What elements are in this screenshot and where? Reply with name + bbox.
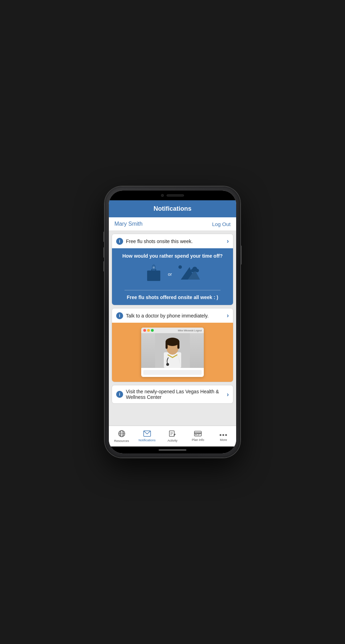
- svg-point-8: [191, 269, 194, 272]
- chevron-icon-2: ›: [227, 312, 229, 319]
- svg-point-10: [178, 265, 182, 269]
- phone-screen: Notifications Mary Smith Log Out i Free …: [109, 191, 236, 453]
- globe-icon: [118, 430, 126, 438]
- promo-divider: [125, 290, 220, 290]
- svg-point-37: [225, 434, 227, 436]
- card-icon: [194, 430, 202, 437]
- camera-icon: [161, 194, 164, 197]
- pencil-icon: [169, 430, 176, 438]
- tab-bar: Resources Notifications: [109, 426, 236, 446]
- svg-rect-31: [195, 434, 197, 435]
- home-indicator: [109, 446, 236, 453]
- promo-blue-title-1: How would you rather spend your time off…: [118, 253, 227, 259]
- svg-rect-0: [147, 271, 160, 281]
- notif-text-3: Visit the newly-opened Las Vegas Health …: [126, 389, 227, 400]
- dot-yellow: [147, 329, 150, 332]
- dots-icon: [219, 430, 227, 437]
- app-content: Notifications Mary Smith Log Out i Free …: [109, 200, 236, 446]
- svg-rect-3: [153, 267, 155, 267]
- info-icon-3: i: [116, 391, 123, 398]
- window-dots: [143, 329, 154, 332]
- info-icon-2: i: [116, 312, 123, 319]
- chevron-icon-3: ›: [227, 391, 229, 398]
- ballot-box-icon: [145, 263, 162, 285]
- tab-plan-info-label: Plan Info: [192, 438, 204, 442]
- svg-rect-32: [195, 432, 196, 432]
- tab-resources[interactable]: Resources: [109, 426, 134, 446]
- svg-rect-4: [153, 268, 155, 268]
- promo-orange-2: Mike Mikowski Logout: [112, 323, 233, 382]
- notification-card-3: i Visit the newly-opened Las Vegas Healt…: [112, 385, 233, 404]
- notification-card-2: i Talk to a doctor by phone immediately.…: [112, 308, 233, 382]
- tab-plan-info[interactable]: Plan Info: [185, 426, 211, 446]
- notif-row-2[interactable]: i Talk to a doctor by phone immediately.…: [112, 308, 233, 323]
- phone-device: Notifications Mary Smith Log Out i Free …: [105, 186, 240, 458]
- user-bar: Mary Smith Log Out: [109, 217, 236, 231]
- doctor-window: Mike Mikowski Logout: [141, 328, 204, 377]
- tab-activity[interactable]: Activity: [160, 426, 185, 446]
- page-title: Notifications: [153, 205, 191, 212]
- svg-point-9: [195, 269, 199, 272]
- dot-green: [151, 329, 154, 332]
- notif-row-1[interactable]: i Free flu shots onsite this week. ›: [112, 234, 233, 248]
- tab-resources-label: Resources: [114, 439, 129, 443]
- svg-point-35: [220, 434, 222, 436]
- tab-notifications-label: Notifications: [138, 438, 155, 442]
- app-header: Notifications: [109, 200, 236, 217]
- tab-more-label: More: [220, 438, 227, 442]
- notif-text-2: Talk to a doctor by phone immediately.: [126, 313, 227, 319]
- window-input-bar: [143, 370, 202, 375]
- tab-more[interactable]: More: [211, 426, 236, 446]
- tab-notifications[interactable]: Notifications: [134, 426, 160, 446]
- window-user-info: Mike Mikowski Logout: [178, 329, 202, 332]
- logout-button[interactable]: Log Out: [212, 221, 231, 227]
- svg-point-36: [223, 434, 224, 436]
- promo-icons-row: or: [118, 263, 227, 285]
- chevron-icon-1: ›: [227, 238, 229, 245]
- svg-rect-30: [194, 433, 201, 434]
- notif-text-1: Free flu shots onsite this week.: [126, 239, 227, 244]
- notification-card-1: i Free flu shots onsite this week. › How…: [112, 234, 233, 305]
- svg-point-17: [166, 363, 169, 366]
- mountains-icon: [177, 263, 200, 285]
- svg-rect-15: [166, 342, 168, 349]
- home-bar: [159, 449, 186, 451]
- doctor-image: [141, 333, 204, 368]
- speaker-icon: [167, 194, 184, 196]
- promo-or-label: or: [168, 272, 172, 277]
- notifications-list: i Free flu shots onsite this week. › How…: [109, 231, 236, 426]
- user-name: Mary Smith: [114, 221, 143, 227]
- notif-row-3[interactable]: i Visit the newly-opened Las Vegas Healt…: [112, 385, 233, 403]
- tab-activity-label: Activity: [168, 439, 178, 443]
- window-titlebar: Mike Mikowski Logout: [141, 328, 204, 333]
- envelope-icon: [143, 430, 151, 438]
- promo-blue-1: How would you rather spend your time off…: [112, 248, 233, 305]
- dot-red: [143, 329, 146, 332]
- phone-notch: [109, 191, 236, 200]
- info-icon-1: i: [116, 238, 123, 245]
- promo-blue-footer: Free flu shots offered onsite all week :…: [118, 295, 227, 300]
- svg-rect-16: [177, 342, 179, 349]
